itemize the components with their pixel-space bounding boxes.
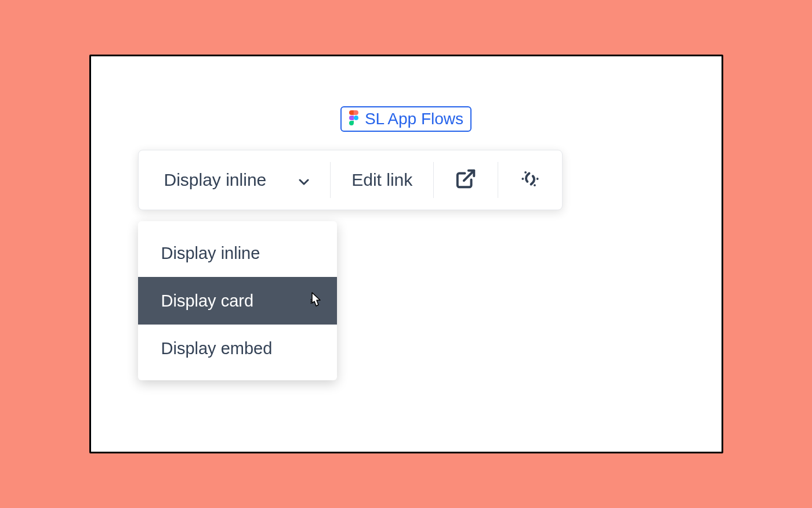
link-title: SL App Flows [365,110,463,128]
menu-item-label: Display embed [161,339,273,358]
figma-icon [349,110,359,128]
unlink-icon [519,168,541,192]
smart-link-chip[interactable]: SL App Flows [340,106,472,132]
chevron-down-icon [299,170,309,190]
edit-link-button[interactable]: Edit link [331,162,434,198]
svg-point-2 [536,178,539,180]
external-link-icon [455,168,477,192]
menu-item-label: Display card [161,291,254,311]
display-mode-dropdown[interactable]: Display inline [139,162,331,198]
svg-point-1 [522,178,524,180]
link-toolbar: Display inline Edit link [138,150,563,210]
content-panel: SL App Flows Display inline Edit link [89,55,723,453]
open-link-button[interactable] [434,162,498,198]
display-mode-label: Display inline [164,170,267,190]
svg-point-3 [524,171,527,174]
unlink-button[interactable] [498,162,562,198]
menu-item-display-embed[interactable]: Display embed [138,325,337,372]
menu-item-display-card[interactable]: Display card [138,277,337,325]
svg-point-0 [354,116,358,120]
edit-link-label: Edit link [351,170,412,190]
menu-item-label: Display inline [161,244,260,263]
display-mode-menu: Display inline Display card Display embe… [138,221,337,380]
menu-item-display-inline[interactable]: Display inline [138,229,337,277]
svg-point-4 [534,184,536,186]
